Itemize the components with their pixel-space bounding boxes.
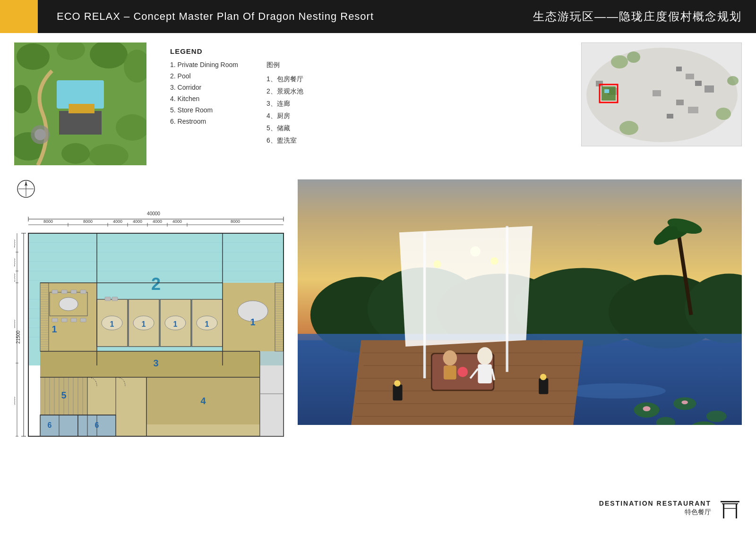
page-header: ECO RELAX – Concept Master Plan Of Drago… <box>0 0 756 33</box>
svg-rect-264 <box>444 365 456 380</box>
svg-text:1: 1 <box>52 324 57 334</box>
svg-text:1: 1 <box>173 320 178 328</box>
svg-text:6000: 6000 <box>14 320 16 328</box>
svg-rect-24 <box>688 107 698 113</box>
svg-rect-269 <box>736 504 737 518</box>
svg-rect-182 <box>40 351 260 377</box>
floor-plan-container: 40000 8000 8000 4000 4000 4000 <box>14 179 288 452</box>
legend-item-4: 4. Kitchen <box>170 95 238 102</box>
svg-text:3: 3 <box>153 358 158 368</box>
aerial-photo <box>14 42 146 165</box>
svg-point-263 <box>443 350 457 365</box>
svg-marker-248 <box>399 226 533 347</box>
legend-col-chinese: 图例 1、包房餐厅 2、景观水池 3、连廊 4、厨房 5、储藏 6、盥洗室 <box>266 61 303 145</box>
legend-section: LEGEND 1. Private Dining Room 2. Pool 3.… <box>161 42 567 150</box>
svg-rect-23 <box>676 100 684 105</box>
svg-text:1: 1 <box>250 317 255 327</box>
svg-point-251 <box>490 257 498 265</box>
svg-rect-255 <box>393 385 402 401</box>
svg-rect-103 <box>61 318 67 322</box>
svg-rect-102 <box>52 318 58 322</box>
svg-rect-105 <box>80 318 86 322</box>
svg-rect-104 <box>71 318 77 322</box>
svg-point-230 <box>564 383 666 398</box>
svg-text:4000: 4000 <box>14 239 16 248</box>
svg-point-9 <box>61 143 90 164</box>
svg-text:2500: 2500 <box>14 273 16 282</box>
svg-rect-21 <box>695 81 702 86</box>
svg-text:1: 1 <box>205 320 209 328</box>
bottom-branding: DESTINATION RESTAURANT 特色餐厅 <box>599 494 742 522</box>
svg-text:1: 1 <box>110 320 114 328</box>
legend-col-english: 1. Private Dining Room 2. Pool 3. Corrid… <box>170 61 238 145</box>
svg-text:4: 4 <box>200 396 206 406</box>
svg-rect-266 <box>721 501 739 502</box>
legend-cn-item-4: 4、厨房 <box>266 112 303 120</box>
svg-text:40000: 40000 <box>147 211 160 216</box>
svg-text:8000: 8000 <box>43 219 53 224</box>
svg-point-256 <box>394 380 400 386</box>
legend-title: LEGEND <box>170 47 558 55</box>
svg-point-33 <box>727 76 739 85</box>
legend-item-3: 3. Corridor <box>170 84 238 91</box>
svg-text:6: 6 <box>95 421 99 429</box>
header-accent <box>0 0 38 33</box>
header-title-english: ECO RELAX – Concept Master Plan Of Drago… <box>57 10 374 23</box>
svg-point-97 <box>59 297 78 311</box>
legend-title-cn: 图例 <box>266 61 303 69</box>
svg-text:1: 1 <box>142 320 146 328</box>
svg-rect-26 <box>653 90 661 96</box>
svg-rect-28 <box>601 86 616 101</box>
header-title-chinese: 生态游玩区——隐珑庄度假村概念规划 <box>533 9 742 24</box>
svg-rect-29 <box>604 89 609 93</box>
svg-rect-138 <box>105 297 111 301</box>
svg-text:4000: 4000 <box>14 258 16 267</box>
svg-point-30 <box>611 55 628 68</box>
svg-point-34 <box>619 121 638 135</box>
svg-rect-260 <box>478 364 492 383</box>
svg-point-14 <box>34 129 46 140</box>
main-content: LEGEND 1. Private Dining Room 2. Pool 3.… <box>0 33 756 462</box>
svg-rect-101 <box>80 290 86 294</box>
svg-text:8000: 8000 <box>83 219 93 224</box>
bottom-section: 40000 8000 8000 4000 4000 4000 <box>14 179 742 452</box>
legend-item-2: 2. Pool <box>170 72 238 80</box>
floor-plan: 40000 8000 8000 4000 4000 4000 <box>14 205 288 452</box>
svg-rect-216 <box>260 394 284 436</box>
svg-point-258 <box>540 374 546 380</box>
svg-point-249 <box>433 260 441 268</box>
legend-cn-item-2: 2、景观水池 <box>266 87 303 96</box>
svg-point-31 <box>627 51 640 63</box>
svg-point-237 <box>681 400 687 404</box>
svg-point-259 <box>477 347 492 365</box>
svg-text:21500: 21500 <box>16 331 21 344</box>
svg-text:5000: 5000 <box>14 397 16 405</box>
svg-rect-99 <box>61 290 67 294</box>
svg-text:4000: 4000 <box>133 219 142 224</box>
svg-text:2: 2 <box>151 274 161 294</box>
svg-rect-98 <box>52 290 58 294</box>
svg-point-32 <box>716 108 731 120</box>
branding-text: DESTINATION RESTAURANT 特色餐厅 <box>599 500 711 517</box>
svg-rect-257 <box>539 378 548 394</box>
svg-point-250 <box>470 246 480 256</box>
compass-icon <box>17 179 35 198</box>
site-map <box>581 42 742 146</box>
svg-rect-25 <box>667 114 673 119</box>
branding-logo-icon <box>718 494 742 522</box>
svg-text:4000: 4000 <box>172 219 182 224</box>
legend-cn-item-6: 6、盥洗室 <box>266 136 303 145</box>
legend-item-6: 6. Restroom <box>170 118 238 125</box>
legend-items: 1. Private Dining Room 2. Pool 3. Corrid… <box>170 61 558 145</box>
svg-point-236 <box>643 406 651 411</box>
svg-rect-267 <box>722 503 738 504</box>
svg-rect-22 <box>704 85 714 93</box>
svg-rect-19 <box>676 67 682 71</box>
svg-point-254 <box>457 367 467 377</box>
svg-rect-270 <box>724 508 736 509</box>
svg-text:5: 5 <box>61 390 66 400</box>
svg-rect-12 <box>69 104 94 113</box>
svg-text:4000: 4000 <box>153 219 162 224</box>
branding-label-cn: 特色餐厅 <box>599 508 711 517</box>
svg-point-235 <box>706 411 727 422</box>
